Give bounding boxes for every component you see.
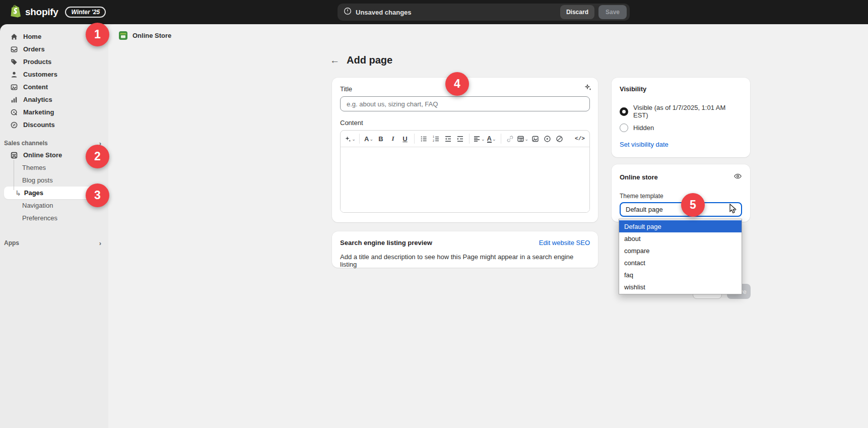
content-textarea[interactable]	[341, 147, 589, 213]
video-icon	[544, 135, 551, 143]
chevron-down-icon: ⌄	[369, 137, 373, 142]
page-title: Add page	[347, 54, 392, 66]
orders-icon	[10, 45, 18, 53]
toolbar-divider	[469, 134, 470, 144]
shopify-logo[interactable]: shopify Winter '25	[0, 5, 106, 20]
outdent-icon	[444, 135, 452, 143]
toolbar-divider	[414, 134, 415, 144]
link-icon	[506, 135, 514, 143]
alignment-button[interactable]: ⌄	[473, 133, 485, 145]
sidebar-item-label: Content	[23, 83, 48, 91]
dropdown-option-faq[interactable]: faq	[619, 269, 742, 281]
tree-connector-line	[14, 160, 14, 190]
chevron-right-icon: ›	[99, 239, 101, 247]
back-arrow-icon[interactable]: ←	[330, 55, 340, 66]
ai-sparkle-button[interactable]: ⌄	[345, 133, 356, 145]
code-view-button[interactable]: </>	[574, 133, 585, 145]
visible-radio-option[interactable]: Visible (as of 1/7/2025, 1:01 AM EST)	[620, 104, 742, 119]
sidebar-item-analytics[interactable]: Analytics	[0, 93, 108, 106]
sparkle-icon	[345, 136, 351, 142]
annotation-badge-3: 3	[86, 184, 109, 207]
shopify-bag-icon	[9, 5, 21, 20]
chevron-down-icon: ⌄	[525, 137, 529, 142]
toolbar-divider	[501, 134, 501, 144]
dropdown-option-about[interactable]: about	[619, 232, 742, 244]
store-header: Online Store	[118, 31, 171, 40]
seo-heading: Search engine listing preview	[340, 239, 432, 247]
underline-button[interactable]: U	[399, 133, 411, 145]
rich-text-editor: ⌄ A ⌄ B I U	[340, 130, 590, 213]
home-icon	[10, 33, 18, 41]
text-style-button[interactable]: A ⌄	[363, 133, 374, 145]
online-store-heading: Online store	[620, 173, 658, 181]
indent-button[interactable]	[454, 133, 465, 145]
annotation-badge-4: 4	[445, 72, 469, 96]
seo-description: Add a title and description to see how t…	[340, 253, 590, 268]
editor-toolbar: ⌄ A ⌄ B I U	[341, 131, 589, 147]
table-button[interactable]: ⌄	[517, 133, 529, 145]
insert-image-button[interactable]	[529, 133, 541, 145]
dropdown-option-compare[interactable]: compare	[619, 244, 742, 257]
hidden-radio-option[interactable]: Hidden	[620, 124, 742, 132]
online-store-green-icon	[118, 31, 128, 40]
discount-icon	[10, 121, 18, 129]
visibility-card: Visibility Visible (as of 1/7/2025, 1:01…	[612, 78, 750, 157]
bold-button[interactable]: B	[375, 133, 386, 145]
sidebar-item-products[interactable]: Products	[0, 55, 108, 68]
dropdown-option-wishlist[interactable]: wishlist	[619, 281, 742, 293]
sidebar-item-label: Analytics	[23, 96, 52, 103]
numbered-list-button[interactable]: 12	[430, 133, 441, 145]
apps-header[interactable]: Apps ›	[0, 237, 108, 249]
hidden-option-label: Hidden	[633, 124, 654, 132]
italic-button[interactable]: I	[387, 133, 398, 145]
edit-website-seo-link[interactable]: Edit website SEO	[539, 239, 590, 247]
bulleted-list-button[interactable]	[418, 133, 429, 145]
theme-template-dropdown: Default page about compare contact faq w…	[619, 219, 742, 294]
sidebar-item-label: Marketing	[23, 108, 54, 116]
dropdown-option-contact[interactable]: contact	[619, 257, 742, 269]
sidebar-item-label: Customers	[23, 71, 57, 78]
set-visibility-date-link[interactable]: Set visibility date	[620, 141, 669, 148]
sidebar-item-customers[interactable]: Customers	[0, 68, 108, 81]
indent-icon	[456, 135, 464, 143]
outdent-button[interactable]	[442, 133, 453, 145]
unsaved-message: Unsaved changes	[356, 9, 412, 16]
store-header-title: Online Store	[132, 32, 171, 39]
sidebar-item-content[interactable]: Content	[0, 81, 108, 93]
sidebar-item-discounts[interactable]: Discounts	[0, 118, 108, 131]
clear-formatting-button[interactable]	[554, 133, 565, 145]
storefront-icon	[10, 151, 18, 159]
title-input[interactable]	[340, 96, 590, 111]
slash-circle-icon	[556, 135, 563, 143]
page-header: ← Add page	[330, 54, 392, 66]
shopify-wordmark: shopify	[25, 7, 58, 18]
link-button[interactable]	[505, 133, 516, 145]
save-button-top[interactable]: Save	[598, 5, 627, 19]
sidebar-item-preferences[interactable]: Preferences	[0, 212, 108, 224]
main-content: Online Store ← Add page Title Content	[108, 24, 868, 428]
sidebar-item-label: Orders	[23, 45, 45, 53]
align-left-icon	[473, 135, 481, 143]
discard-button[interactable]: Discard	[560, 5, 594, 19]
sidebar-item-label: Products	[23, 58, 51, 66]
visibility-heading: Visibility	[620, 85, 742, 93]
alert-icon	[344, 7, 352, 17]
sidebar-item-marketing[interactable]: Marketing	[0, 106, 108, 118]
branch-arrow-icon: ↳	[15, 189, 21, 197]
radio-selected-icon[interactable]	[620, 107, 628, 116]
chevron-down-icon: ⌄	[492, 137, 496, 142]
insert-video-button[interactable]	[542, 133, 553, 145]
bar-chart-icon	[10, 96, 18, 104]
magic-sparkle-icon[interactable]	[584, 84, 592, 93]
content-label: Content	[340, 119, 590, 127]
apps-label: Apps	[4, 239, 19, 247]
annotation-badge-1: 1	[86, 23, 109, 46]
text-color-button[interactable]: A ⌄	[486, 133, 497, 145]
chevron-down-icon: ⌄	[352, 137, 356, 142]
tag-icon	[10, 58, 18, 66]
media-icon	[10, 83, 18, 91]
selected-template-value: Default page	[626, 206, 663, 213]
radio-unselected-icon[interactable]	[620, 124, 628, 132]
dropdown-option-default-page[interactable]: Default page	[619, 220, 742, 232]
eye-icon[interactable]	[733, 172, 742, 182]
